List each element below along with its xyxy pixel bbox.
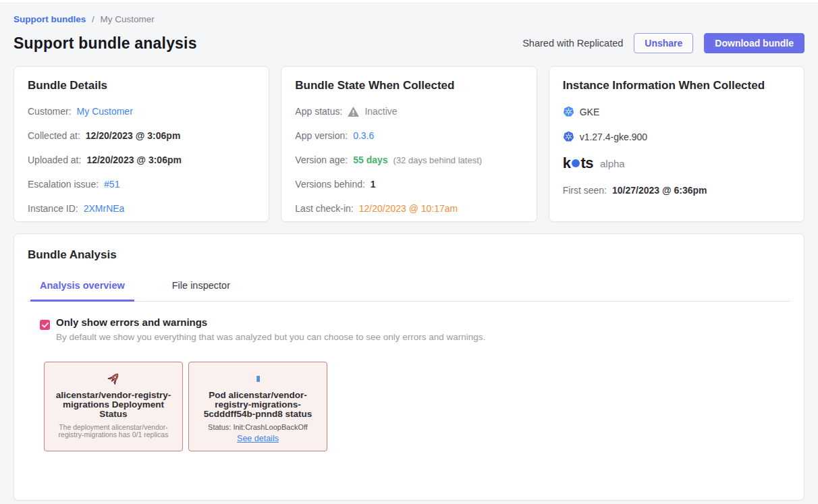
kots-logo: kts [563, 155, 593, 172]
unshare-button[interactable]: Unshare [634, 33, 693, 53]
collected-at-row: Collected at: 12/20/2023 @ 3:06pm [28, 130, 255, 141]
escalation-issue-label: Escalation issue: [28, 179, 99, 190]
kots-logo-k: k [563, 155, 571, 172]
collected-at-value: 12/20/2023 @ 3:06pm [86, 130, 181, 141]
page-header: Support bundle analysis Shared with Repl… [13, 33, 805, 53]
issue-card-deployment[interactable]: alicenstar/vendor-registry-migrations De… [44, 362, 183, 451]
download-bundle-button[interactable]: Download bundle [704, 33, 805, 53]
collected-at-label: Collected at: [28, 130, 80, 141]
app-version-row: App version: 0.3.6 [295, 130, 522, 141]
gke-kubernetes-icon [563, 106, 574, 117]
uploaded-at-row: Uploaded at: 12/20/2023 @ 3:06pm [28, 155, 255, 165]
info-cards-row: Bundle Details Customer: My Customer Col… [13, 66, 805, 222]
issue-status: Status: Init:CrashLoopBackOff [194, 423, 321, 431]
issue-card-pod-status[interactable]: Pod alicenstar/vendor-registry-migration… [188, 362, 327, 451]
last-checkin-label: Last check-in: [295, 203, 353, 214]
page: Support bundles / My Customer Support bu… [0, 3, 818, 501]
analysis-tabs: Analysis overview File inspector [28, 280, 790, 302]
kots-channel-label: alpha [600, 158, 625, 169]
first-seen-value: 10/27/2023 @ 6:36pm [612, 185, 707, 196]
kots-logo-ts: ts [580, 155, 593, 172]
customer-label: Customer: [28, 106, 72, 117]
k8s-version-row: v1.27.4-gke.900 [563, 131, 790, 142]
rocket-icon [50, 370, 177, 387]
version-age-value: 55 days [353, 155, 387, 165]
bundle-state-title: Bundle State When Collected [295, 79, 522, 92]
versions-behind-row: Versions behind: 1 [295, 179, 522, 190]
breadcrumb-separator: / [92, 14, 94, 24]
escalation-issue-row: Escalation issue: #51 [28, 179, 255, 190]
see-details-link[interactable]: See details [237, 434, 279, 443]
version-age-note: (32 days behind latest) [393, 155, 483, 165]
shared-status-text: Shared with Replicated [522, 38, 623, 49]
app-version-label: App version: [295, 130, 348, 141]
app-version-link[interactable]: 0.3.6 [353, 130, 374, 141]
page-title: Support bundle analysis [13, 34, 197, 53]
app-status-row: App status: Inactive [295, 106, 522, 117]
kots-logo-o-dot-icon [572, 159, 580, 167]
kubernetes-version-icon [563, 131, 574, 142]
filter-row: Only show errors and warnings By default… [28, 316, 790, 342]
bundle-analysis-card: Bundle Analysis Analysis overview File i… [13, 233, 805, 501]
issue-description: The deployment alicenstar/vendor-registr… [50, 424, 177, 438]
issue-title: Pod alicenstar/vendor-registry-migration… [194, 391, 321, 419]
instance-id-label: Instance ID: [28, 203, 78, 214]
warning-icon [348, 107, 359, 117]
only-errors-checkbox[interactable] [40, 320, 50, 330]
instance-info-card: Instance Information When Collected GKE … [549, 66, 805, 222]
versions-behind-label: Versions behind: [295, 179, 365, 190]
distribution-row: GKE [563, 106, 790, 117]
breadcrumb-current: My Customer [101, 14, 155, 24]
tab-file-inspector[interactable]: File inspector [163, 280, 240, 301]
tab-analysis-overview[interactable]: Analysis overview [30, 280, 134, 302]
version-age-row: Version age: 55 days (32 days behind lat… [295, 155, 522, 165]
last-checkin-value: 12/20/2023 @ 10:17am [359, 203, 458, 214]
distribution-value: GKE [580, 107, 600, 117]
issue-title: alicenstar/vendor-registry-migrations De… [50, 391, 177, 419]
bundle-state-card: Bundle State When Collected App status: … [281, 66, 537, 222]
breadcrumb-link-support-bundles[interactable]: Support bundles [13, 14, 86, 24]
bundle-details-card: Bundle Details Customer: My Customer Col… [13, 66, 269, 222]
first-seen-row: First seen: 10/27/2023 @ 6:36pm [563, 185, 790, 196]
customer-row: Customer: My Customer [28, 106, 255, 117]
app-status-label: App status: [295, 106, 342, 117]
kots-row: kts alpha [563, 155, 790, 172]
issues-row: alicenstar/vendor-registry-migrations De… [28, 362, 790, 451]
app-status-value: Inactive [364, 106, 397, 117]
version-age-label: Version age: [295, 155, 348, 165]
uploaded-at-label: Uploaded at: [28, 155, 81, 165]
instance-id-link[interactable]: 2XMrNEa [84, 203, 125, 214]
first-seen-label: First seen: [563, 185, 607, 196]
customer-link[interactable]: My Customer [77, 106, 133, 117]
bundle-details-title: Bundle Details [28, 79, 255, 92]
header-actions: Shared with Replicated Unshare Download … [522, 33, 805, 53]
instance-info-title: Instance Information When Collected [563, 79, 790, 92]
uploaded-at-value: 12/20/2023 @ 3:06pm [86, 155, 182, 165]
breadcrumb: Support bundles / My Customer [13, 3, 805, 24]
pod-icon [194, 370, 321, 387]
last-checkin-row: Last check-in: 12/20/2023 @ 10:17am [295, 203, 522, 214]
instance-id-row: Instance ID: 2XMrNEa [28, 203, 255, 214]
filter-label[interactable]: Only show errors and warnings [56, 316, 485, 328]
bundle-analysis-title: Bundle Analysis [28, 248, 790, 262]
filter-description: By default we show you everything that w… [56, 332, 485, 342]
k8s-version-value: v1.27.4-gke.900 [580, 132, 647, 142]
versions-behind-value: 1 [371, 179, 376, 190]
filter-text: Only show errors and warnings By default… [56, 316, 485, 342]
escalation-issue-link[interactable]: #51 [104, 179, 119, 190]
